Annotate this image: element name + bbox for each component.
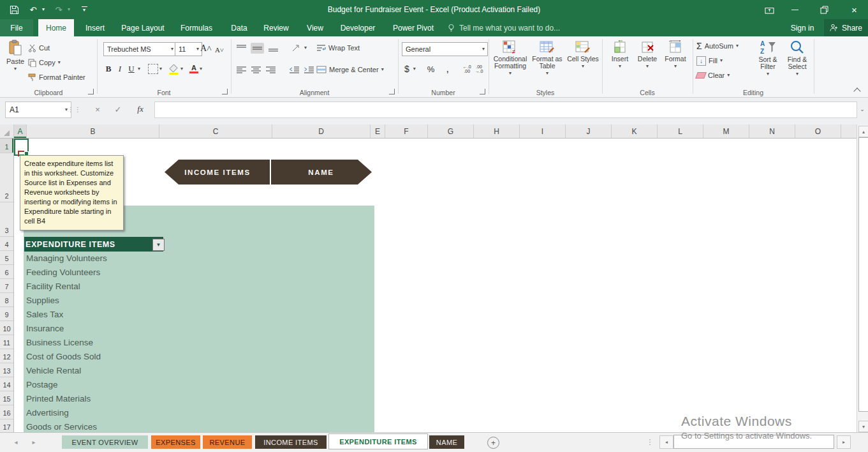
- scroll-down-button[interactable]: ▾: [858, 421, 868, 432]
- row-header-3[interactable]: 3: [0, 202, 13, 237]
- bold-button[interactable]: B: [103, 64, 114, 74]
- format-painter-button[interactable]: Format Painter: [28, 72, 85, 83]
- column-header-E[interactable]: E: [371, 124, 385, 138]
- list-item[interactable]: Insurance: [25, 321, 230, 335]
- name-box[interactable]: A1 ▾: [5, 102, 71, 118]
- vertical-scrollbar[interactable]: ▴ ▾: [857, 124, 868, 432]
- alignment-dialog-launcher-icon[interactable]: [389, 89, 395, 94]
- select-all-corner[interactable]: [0, 124, 14, 138]
- prev-sheet-button[interactable]: ◂: [11, 437, 20, 446]
- underline-dropdown-icon[interactable]: ▾: [138, 66, 140, 72]
- align-left-icon[interactable]: [236, 66, 247, 74]
- column-header-L[interactable]: L: [658, 124, 703, 138]
- sheet-tab-name[interactable]: NAME: [429, 435, 464, 449]
- align-top-icon[interactable]: [236, 44, 247, 52]
- conditional-formatting-button[interactable]: ≠ Conditional Formatting ▾: [492, 40, 528, 76]
- row-header-2[interactable]: 2: [0, 153, 13, 202]
- decrease-decimal-button[interactable]: .00 →.0: [475, 64, 483, 73]
- sheet-tab-income-items[interactable]: INCOME ITEMS: [255, 435, 327, 449]
- minimize-button[interactable]: [782, 0, 807, 19]
- cell-styles-button[interactable]: Cell Styles ▾: [566, 40, 600, 69]
- cut-button[interactable]: Cut: [28, 42, 50, 54]
- comma-style-button[interactable]: ,: [446, 63, 448, 75]
- restore-button[interactable]: [811, 0, 837, 19]
- list-item[interactable]: Printed Materials: [25, 391, 230, 405]
- scrollbar-resize-handle[interactable]: ⋮: [645, 437, 654, 446]
- tab-file[interactable]: File: [0, 19, 33, 36]
- list-item[interactable]: Goods or Services: [25, 419, 230, 432]
- tab-formulas[interactable]: Formulas: [173, 19, 219, 36]
- banner-income-items[interactable]: INCOME ITEMS: [165, 160, 270, 185]
- list-item[interactable]: Cost of Goods Sold: [25, 349, 230, 363]
- insert-cells-button[interactable]: Insert ▾: [607, 40, 633, 69]
- enter-button[interactable]: ✓: [110, 102, 126, 117]
- increase-indent-icon[interactable]: [304, 66, 314, 74]
- hscroll-left-button[interactable]: ◂: [659, 435, 673, 449]
- vertical-scroll-thumb[interactable]: [858, 137, 868, 412]
- sheet-tab-revenue[interactable]: REVENUE: [203, 435, 252, 449]
- format-cells-button[interactable]: Format ▾: [662, 40, 689, 69]
- expenditure-items-header-cell[interactable]: EXPENDITURE ITEMS: [24, 237, 163, 252]
- tab-insert[interactable]: Insert: [79, 19, 111, 36]
- italic-button[interactable]: I: [115, 64, 125, 74]
- font-dialog-launcher-icon[interactable]: [222, 89, 228, 94]
- scroll-up-button[interactable]: ▴: [858, 126, 868, 137]
- copy-button[interactable]: Copy ▾: [28, 57, 61, 68]
- collapse-ribbon-icon[interactable]: [853, 87, 860, 94]
- accounting-dropdown-icon[interactable]: ▾: [413, 66, 416, 72]
- sheet-tab-event-overview[interactable]: EVENT OVERVIEW: [62, 435, 148, 449]
- column-header-D[interactable]: D: [272, 124, 371, 138]
- row-header-6[interactable]: 6: [0, 265, 13, 279]
- shrink-font-button[interactable]: A˅: [214, 44, 224, 56]
- list-item[interactable]: Advertising: [25, 405, 230, 419]
- worksheet-cells[interactable]: INCOME ITEMS NAME EXPENDITURE ITEMS ▼ Ma…: [14, 139, 857, 432]
- font-size-select[interactable]: 11▾: [175, 42, 202, 56]
- ribbon-display-options-button[interactable]: [756, 0, 782, 19]
- expand-formula-bar-button[interactable]: ⌄: [857, 102, 867, 117]
- horizontal-scroll-thumb[interactable]: [673, 435, 834, 449]
- grow-font-button[interactable]: A˄: [200, 43, 210, 54]
- percent-style-button[interactable]: %: [427, 64, 435, 74]
- sort-filter-button[interactable]: AZ Sort & Filter ▾: [754, 40, 782, 77]
- orientation-icon[interactable]: [291, 44, 300, 52]
- column-header-I[interactable]: I: [520, 124, 566, 138]
- column-header-K[interactable]: K: [612, 124, 658, 138]
- decrease-indent-icon[interactable]: [289, 66, 300, 74]
- row-header-7[interactable]: 7: [0, 279, 13, 293]
- number-format-select[interactable]: General▾: [402, 42, 488, 56]
- add-sheet-button[interactable]: +: [487, 437, 499, 449]
- row-header-1[interactable]: 1: [0, 139, 13, 153]
- fill-color-icon[interactable]: [168, 64, 179, 75]
- row-header-10[interactable]: 10: [0, 321, 13, 335]
- row-header-14[interactable]: 14: [0, 377, 13, 391]
- borders-dropdown-icon[interactable]: ▾: [159, 66, 162, 72]
- tab-page-layout[interactable]: Page Layout: [116, 19, 170, 36]
- sign-in-button[interactable]: Sign in: [786, 19, 819, 36]
- borders-icon[interactable]: [148, 64, 158, 74]
- column-header-C[interactable]: C: [159, 124, 272, 138]
- close-button[interactable]: ×: [841, 0, 868, 19]
- hscroll-right-button[interactable]: ▸: [837, 435, 851, 449]
- tell-me-box[interactable]: Tell me what you want to do...: [448, 19, 582, 36]
- row-header-13[interactable]: 13: [0, 363, 13, 377]
- increase-decimal-button[interactable]: ←.0 .00: [463, 64, 471, 73]
- row-header-16[interactable]: 16: [0, 405, 13, 419]
- column-header-H[interactable]: H: [474, 124, 520, 138]
- orientation-dropdown-icon[interactable]: ▾: [304, 45, 307, 50]
- redo-dropdown[interactable]: ▾: [65, 0, 73, 19]
- column-header-N[interactable]: N: [749, 124, 795, 138]
- drag-handle-icon[interactable]: ⋮⋮: [70, 102, 79, 117]
- clipboard-dialog-launcher-icon[interactable]: [88, 89, 94, 94]
- quick-access-customize-button[interactable]: ▾: [78, 0, 91, 19]
- fill-color-dropdown-icon[interactable]: ▾: [180, 66, 183, 72]
- fill-button[interactable]: ↓ Fill ▾: [696, 55, 723, 66]
- row-header-12[interactable]: 12: [0, 349, 13, 363]
- list-item[interactable]: Vehicle Rental: [25, 363, 230, 377]
- cancel-button[interactable]: ×: [89, 102, 106, 117]
- clear-button[interactable]: Clear ▾: [696, 70, 730, 81]
- align-right-icon[interactable]: [265, 66, 276, 74]
- find-select-button[interactable]: Find & Select ▾: [783, 40, 811, 77]
- sheet-tab-expenses[interactable]: EXPENSES: [151, 435, 200, 449]
- format-as-table-button[interactable]: Format as Table ▾: [529, 40, 565, 76]
- sheet-tab-expenditure-items[interactable]: EXPENDITURE ITEMS: [328, 433, 428, 449]
